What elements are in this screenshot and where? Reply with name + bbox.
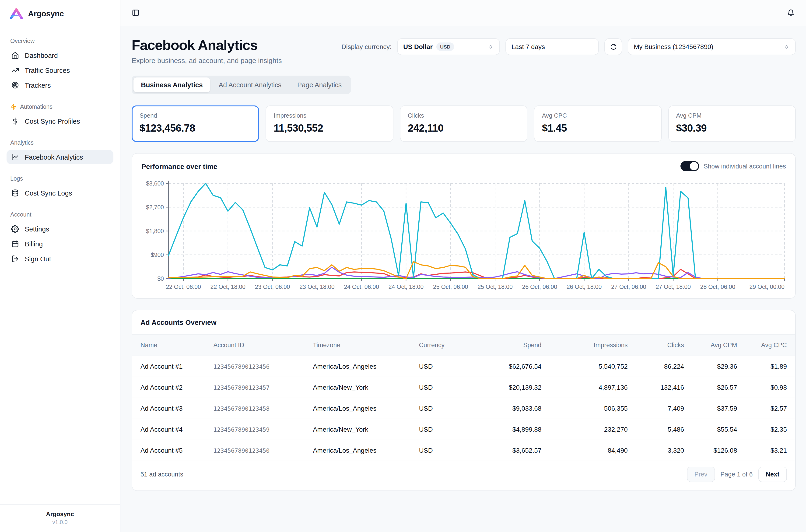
- column-header-account-id: Account ID: [205, 335, 305, 356]
- table-row: Ad Account #31234567890123458America/Los…: [132, 398, 795, 419]
- stat-cards: Spend$123,456.78Impressions11,530,552Cli…: [132, 106, 796, 142]
- brand: Argosync: [0, 0, 120, 20]
- nav-section-analytics: Analytics: [10, 139, 110, 146]
- nav-section-label: Logs: [10, 175, 23, 182]
- cell-currency: USD: [411, 356, 471, 377]
- cell-avg-cpm: $37.59: [692, 398, 745, 419]
- nav-section-label: Automations: [20, 103, 53, 110]
- cell-account-id: 1234567890123457: [205, 377, 305, 398]
- notifications-button[interactable]: [787, 9, 795, 17]
- cell-clicks: 3,320: [636, 440, 693, 461]
- cell-timezone: America/Los_Angeles: [305, 356, 411, 377]
- y-axis-tick-label: $2,700: [146, 204, 164, 210]
- tab-business-analytics[interactable]: Business Analytics: [133, 77, 210, 92]
- logout-icon: [11, 255, 19, 263]
- sidebar-item-billing[interactable]: Billing: [6, 236, 113, 251]
- y-axis-tick-label: $1,800: [146, 228, 164, 234]
- cell-avg-cpm: $29.36: [692, 356, 745, 377]
- stat-card-impressions[interactable]: Impressions11,530,552: [266, 106, 394, 142]
- sidebar-item-label: Traffic Sources: [25, 66, 70, 74]
- chevrons-up-down-icon: [784, 44, 790, 50]
- sidebar-item-cost-sync-profiles[interactable]: Cost Sync Profiles: [6, 114, 113, 128]
- page-indicator: Page 1 of 6: [721, 471, 752, 478]
- cell-impressions: 232,270: [550, 419, 636, 440]
- pagination: Prev Page 1 of 6 Next: [687, 467, 787, 482]
- calendar-icon: [11, 240, 19, 248]
- toggle-knob: [690, 162, 698, 170]
- sidebar-item-traffic-sources[interactable]: Traffic Sources: [6, 63, 113, 77]
- x-axis-tick-label: 22 Oct, 18:00: [210, 284, 246, 290]
- x-axis-tick-label: 26 Oct, 18:00: [567, 284, 601, 290]
- cell-avg-cpm: $55.54: [692, 419, 745, 440]
- footer-version: v1.0.0: [5, 519, 115, 526]
- page-title: Facebook Analytics: [132, 37, 282, 53]
- currency-value: US Dollar: [403, 43, 433, 51]
- cell-currency: USD: [411, 398, 471, 419]
- app-root: Argosync OverviewDashboardTraffic Source…: [0, 0, 806, 532]
- table-row: Ad Account #21234567890123457America/New…: [132, 377, 795, 398]
- zap-icon: [10, 103, 17, 110]
- dollar-icon: [11, 117, 19, 125]
- panel-left-icon: [132, 9, 139, 17]
- sidebar-item-label: Dashboard: [25, 52, 58, 59]
- account-lines-toggle[interactable]: [680, 161, 699, 171]
- ad-accounts-table: NameAccount IDTimezoneCurrencySpendImpre…: [132, 334, 795, 461]
- next-page-button[interactable]: Next: [758, 467, 787, 482]
- bell-icon: [787, 9, 795, 17]
- y-axis-tick-label: $0: [157, 276, 164, 282]
- cell-timezone: America/New_York: [305, 419, 411, 440]
- column-header-name: Name: [132, 335, 205, 356]
- stat-label: Avg CPC: [542, 112, 654, 119]
- database-icon: [11, 189, 19, 197]
- cell-clicks: 132,416: [636, 377, 693, 398]
- performance-card: Performance over time Show individual ac…: [132, 153, 796, 299]
- cell-currency: USD: [411, 419, 471, 440]
- refresh-icon: [610, 43, 617, 50]
- sidebar-item-cost-sync-logs[interactable]: Cost Sync Logs: [6, 186, 113, 200]
- display-currency-label: Display currency:: [341, 43, 391, 51]
- x-axis-tick-label: 27 Oct, 18:00: [656, 284, 691, 290]
- sidebar: Argosync OverviewDashboardTraffic Source…: [0, 0, 120, 532]
- refresh-button[interactable]: [604, 38, 622, 55]
- cell-avg-cpc: $2.57: [746, 398, 795, 419]
- column-header-currency: Currency: [411, 335, 471, 356]
- stat-card-clicks[interactable]: Clicks242,110: [400, 106, 527, 142]
- currency-select[interactable]: US Dollar USD: [397, 38, 500, 55]
- page-subtitle: Explore business, ad account, and page i…: [132, 56, 282, 64]
- tab-page-analytics[interactable]: Page Analytics: [290, 77, 349, 92]
- column-header-avg-cpm: Avg CPM: [692, 335, 745, 356]
- sidebar-item-settings[interactable]: Settings: [6, 222, 113, 236]
- cell-spend: $9,033.68: [470, 398, 550, 419]
- stat-label: Clicks: [408, 112, 520, 119]
- stat-card-avg-cpm[interactable]: Avg CPM$30.39: [668, 106, 796, 142]
- tab-ad-account-analytics[interactable]: Ad Account Analytics: [211, 77, 289, 92]
- column-header-clicks: Clicks: [636, 335, 693, 356]
- stat-card-avg-cpc[interactable]: Avg CPC$1.45: [534, 106, 661, 142]
- topbar: [120, 0, 806, 26]
- sidebar-toggle-button[interactable]: [132, 9, 139, 17]
- date-range-button[interactable]: Last 7 days: [505, 38, 599, 55]
- cell-avg-cpm: $26.57: [692, 377, 745, 398]
- cell-spend: $20,139.32: [470, 377, 550, 398]
- stat-value: $30.39: [676, 122, 788, 134]
- cell-timezone: America/Los_Angeles: [305, 398, 411, 419]
- sidebar-nav: OverviewDashboardTraffic SourcesTrackers…: [0, 20, 120, 505]
- table-row: Ad Account #11234567890123456America/Los…: [132, 356, 795, 377]
- toggle-label: Show individual account lines: [704, 163, 786, 170]
- sidebar-item-facebook-analytics[interactable]: Facebook Analytics: [6, 150, 113, 164]
- prev-page-button[interactable]: Prev: [687, 467, 715, 482]
- cell-spend: $62,676.54: [470, 356, 550, 377]
- sidebar-item-sign-out[interactable]: Sign Out: [6, 251, 113, 266]
- cell-spend: $3,652.57: [470, 440, 550, 461]
- business-select[interactable]: My Business (1234567890): [628, 38, 796, 55]
- table-title: Ad Accounts Overview: [132, 310, 795, 334]
- sidebar-item-dashboard[interactable]: Dashboard: [6, 48, 113, 62]
- sidebar-item-trackers[interactable]: Trackers: [6, 78, 113, 92]
- stat-value: 11,530,552: [274, 122, 385, 134]
- sidebar-item-label: Cost Sync Profiles: [25, 117, 80, 125]
- x-axis-tick-label: 24 Oct, 18:00: [388, 284, 424, 290]
- column-header-avg-cpc: Avg CPC: [746, 335, 795, 356]
- stat-label: Impressions: [274, 112, 385, 119]
- ad-accounts-card: Ad Accounts Overview NameAccount IDTimez…: [132, 310, 796, 491]
- stat-card-spend[interactable]: Spend$123,456.78: [132, 106, 259, 142]
